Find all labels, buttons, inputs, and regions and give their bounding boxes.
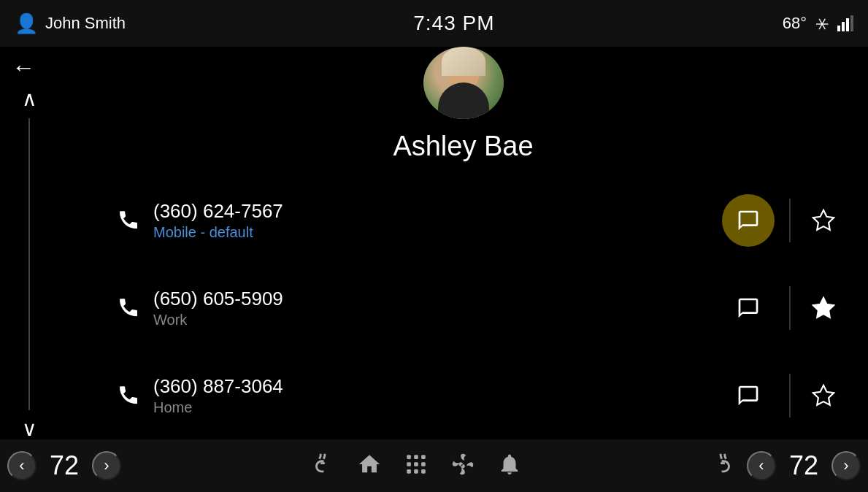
right-prev-icon: ‹: [758, 456, 764, 475]
right-next-icon: ›: [843, 456, 848, 475]
scroll-down-button[interactable]: ∨: [22, 419, 37, 439]
phone-icon-3: [117, 383, 140, 409]
phone-number-3: (360) 887-3064: [153, 375, 710, 398]
message-button-2[interactable]: [722, 282, 775, 334]
phone-number-2: (650) 605-5909: [153, 288, 710, 310]
svg-rect-10: [407, 462, 411, 466]
signal-icon: [837, 15, 853, 31]
fan-icon[interactable]: [450, 452, 475, 480]
grid-svg: [404, 452, 429, 477]
phone-details-1[interactable]: (360) 624-7567 Mobile - default: [153, 200, 710, 241]
contact-avatar: [423, 47, 504, 119]
clock: 7:43 PM: [413, 12, 494, 35]
bell-icon[interactable]: [497, 452, 522, 480]
svg-rect-2: [846, 18, 849, 31]
divider-2: [789, 286, 791, 330]
home-svg: [357, 452, 382, 477]
svg-rect-11: [414, 462, 418, 466]
message-icon-2: [737, 296, 760, 320]
svg-rect-8: [414, 455, 418, 459]
phone-details-2[interactable]: (650) 605-5909 Work: [153, 288, 710, 328]
message-icon-1: [737, 209, 760, 232]
fan-svg: [450, 452, 475, 477]
svg-marker-6: [813, 385, 834, 405]
heat-seat-left-svg: [310, 452, 335, 477]
right-temp-decrease[interactable]: ‹: [747, 451, 776, 480]
avatar-image: [423, 47, 504, 119]
message-button-3[interactable]: [722, 369, 775, 422]
left-prev-icon: ‹: [19, 456, 24, 475]
right-temp-value: 72: [782, 450, 826, 481]
favorite-button-2[interactable]: [805, 290, 842, 326]
contact-area: Ashley Bae (360) 624-7567 Mobile - defau…: [58, 47, 868, 439]
phone-svg-2: [117, 295, 140, 318]
svg-rect-0: [837, 26, 840, 31]
svg-marker-4: [813, 210, 834, 230]
phone-icon-1: [117, 207, 140, 234]
phone-list: (360) 624-7567 Mobile - default: [58, 177, 868, 439]
right-controls: ‹ 72 ›: [710, 450, 861, 481]
star-icon-2: [811, 296, 836, 320]
scroll-up-button[interactable]: ∧: [22, 89, 37, 109]
phone-entry-2: (650) 605-5909 Work: [58, 264, 868, 352]
star-icon-3: [811, 383, 836, 408]
svg-marker-5: [813, 298, 834, 318]
svg-rect-14: [414, 469, 418, 474]
svg-rect-12: [421, 462, 426, 466]
status-bar: 👤 John Smith 7:43 PM 68° ⚹: [0, 0, 868, 47]
message-icon-3: [737, 384, 760, 407]
svg-rect-7: [407, 455, 411, 459]
main-content: ← ∧ ∨ Ashley Bae: [0, 47, 868, 439]
phone-entry-3: (360) 887-3064 Home: [58, 352, 868, 439]
left-sidebar: ← ∧ ∨: [0, 47, 58, 439]
phone-icon-2: [117, 295, 140, 321]
back-button[interactable]: ←: [12, 54, 35, 81]
left-temp-control: ‹ 72 ›: [7, 450, 121, 481]
scroll-divider: [28, 118, 30, 410]
avatar-body: [438, 82, 489, 119]
heat-seat-right-svg: [710, 452, 735, 477]
divider-1: [789, 199, 791, 242]
heat-seat-left-icon[interactable]: [310, 452, 335, 480]
svg-rect-3: [850, 15, 853, 31]
contact-name: Ashley Bae: [393, 131, 533, 162]
left-temp-increase[interactable]: ›: [92, 451, 121, 480]
star-icon-1: [811, 208, 836, 233]
favorite-button-3[interactable]: [805, 377, 842, 414]
user-name: John Smith: [45, 14, 126, 33]
bluetooth-icon: ⚹: [815, 14, 829, 33]
bottom-bar: ‹ 72 ›: [0, 439, 868, 492]
svg-rect-13: [407, 469, 411, 474]
phone-svg-1: [117, 207, 140, 231]
phone-type-3: Home: [153, 399, 710, 416]
divider-3: [789, 374, 791, 418]
status-right: 68° ⚹: [783, 14, 853, 33]
grid-icon[interactable]: [404, 452, 429, 480]
message-button-1[interactable]: [722, 194, 775, 247]
home-icon[interactable]: [357, 452, 382, 480]
phone-type-1: Mobile - default: [153, 224, 710, 241]
svg-rect-9: [421, 455, 426, 459]
heat-seat-right-icon[interactable]: [710, 452, 735, 480]
phone-svg-3: [117, 383, 140, 406]
right-temp-control: ‹ 72 ›: [747, 450, 861, 481]
phone-entry-1: (360) 624-7567 Mobile - default: [58, 177, 868, 264]
phone-details-3[interactable]: (360) 887-3064 Home: [153, 375, 710, 416]
favorite-button-1[interactable]: [805, 202, 842, 239]
left-next-icon: ›: [104, 456, 109, 475]
bell-svg: [497, 452, 522, 477]
svg-rect-15: [421, 469, 426, 474]
temperature-display: 68°: [783, 14, 807, 33]
phone-type-2: Work: [153, 312, 710, 328]
bottom-center-icons: [310, 452, 522, 480]
left-temp-value: 72: [42, 450, 86, 481]
left-temp-decrease[interactable]: ‹: [7, 451, 37, 480]
right-temp-increase[interactable]: ›: [831, 451, 861, 480]
phone-number-1: (360) 624-7567: [153, 200, 710, 223]
status-left: 👤 John Smith: [15, 12, 126, 35]
user-icon: 👤: [15, 12, 38, 35]
svg-rect-1: [842, 22, 845, 31]
